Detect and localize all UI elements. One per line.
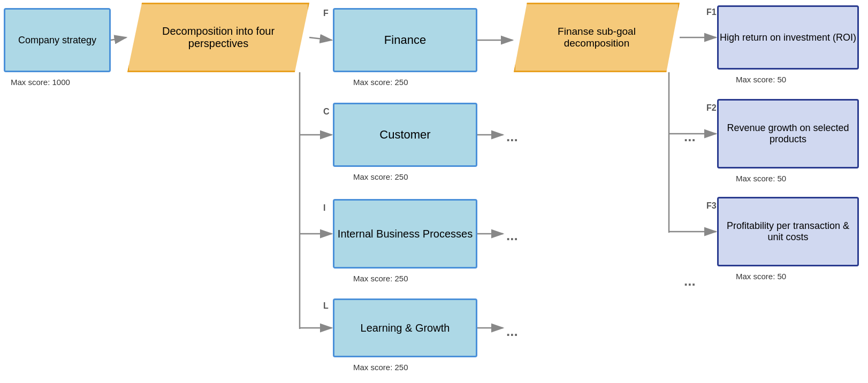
finance-sub-label: Finanse sub-goal decomposition (515, 26, 678, 49)
internal-label: Internal Business Processes (338, 228, 473, 240)
svg-line-2 (309, 37, 332, 40)
finance-score: Max score: 250 (353, 78, 408, 87)
finance-sub-box: Finanse sub-goal decomposition (514, 3, 680, 72)
label-l: L (323, 301, 329, 311)
revenue-box: Revenue growth on selected products (717, 99, 859, 168)
decomposition-label: Decomposition into four perspectives (129, 25, 308, 50)
customer-dots: ... (506, 128, 518, 145)
internal-box: Internal Business Processes (333, 199, 477, 269)
company-strategy-score: Max score: 1000 (11, 78, 70, 87)
learning-score: Max score: 250 (353, 363, 408, 372)
roi-score: Max score: 50 (736, 75, 786, 84)
finance-sub-extra-dots: ... (684, 273, 696, 289)
diagram: Company strategy Max score: 1000 Decompo… (0, 0, 868, 383)
profitability-score: Max score: 50 (736, 272, 786, 281)
label-i: I (323, 203, 325, 213)
label-f2: F2 (706, 103, 717, 113)
customer-score: Max score: 250 (353, 172, 408, 181)
finance-box: Finance (333, 8, 477, 72)
label-c: C (323, 107, 330, 117)
company-strategy-box: Company strategy (4, 8, 111, 72)
customer-label: Customer (379, 128, 430, 142)
label-f: F (323, 9, 329, 18)
profitability-box: Profitability per transaction & unit cos… (717, 197, 859, 266)
decomposition-box: Decomposition into four perspectives (127, 3, 309, 72)
label-f1: F1 (706, 7, 717, 17)
internal-score: Max score: 250 (353, 274, 408, 283)
finance-sub-dots: ... (684, 128, 696, 145)
learning-box: Learning & Growth (333, 298, 477, 357)
roi-box: High return on investment (ROI) (717, 5, 859, 70)
finance-label: Finance (384, 33, 426, 47)
revenue-label: Revenue growth on selected products (719, 122, 857, 145)
revenue-score: Max score: 50 (736, 174, 786, 183)
svg-line-1 (111, 37, 126, 40)
label-f3: F3 (706, 201, 717, 211)
internal-dots: ... (506, 227, 518, 244)
learning-label: Learning & Growth (361, 322, 450, 334)
roi-label: High return on investment (ROI) (720, 32, 856, 43)
company-strategy-label: Company strategy (18, 35, 96, 46)
profitability-label: Profitability per transaction & unit cos… (719, 220, 857, 243)
learning-dots: ... (506, 323, 518, 340)
customer-box: Customer (333, 103, 477, 167)
